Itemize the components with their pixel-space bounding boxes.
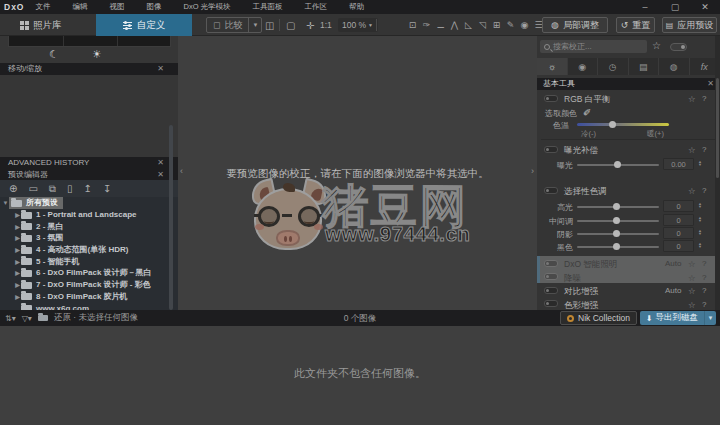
spinner-icon[interactable]: ▲▼	[697, 229, 703, 235]
shadows-value[interactable]: 0	[663, 227, 694, 239]
star-icon[interactable]: ☆	[688, 94, 696, 104]
lasso-icon[interactable]: ◺	[464, 20, 473, 30]
contrast-toggle[interactable]	[544, 287, 558, 294]
color-accent-toggle[interactable]	[544, 300, 558, 307]
midtones-slider[interactable]	[577, 220, 659, 222]
fit-view-icon[interactable]: ▢	[286, 14, 295, 36]
blacks-slider[interactable]	[577, 246, 659, 248]
nik-collection-button[interactable]: Nik Collection	[560, 311, 637, 325]
midtones-value[interactable]: 0	[663, 214, 694, 226]
temperature-knob[interactable]	[609, 121, 616, 128]
menu-image[interactable]: 图像	[135, 2, 172, 12]
tab-customize[interactable]: 自定义	[96, 14, 192, 36]
moon-icon[interactable]: ☾	[49, 48, 59, 61]
pan-icon[interactable]: ✛	[306, 14, 314, 36]
export-to-disk-button[interactable]: ⬇导出到磁盘 ▼	[640, 311, 716, 325]
spinner-icon[interactable]: ▲▼	[697, 216, 703, 222]
tree-item-5[interactable]: ▶5 - 智能手机	[0, 255, 178, 267]
help-icon[interactable]: ?	[702, 286, 706, 295]
midtones-knob[interactable]	[613, 217, 620, 224]
exposure-toggle[interactable]	[544, 146, 558, 153]
split-view-icon[interactable]: ◫	[265, 14, 274, 36]
spinner-icon[interactable]: ▲▼	[697, 202, 703, 208]
apply-preset-button[interactable]: ▤ 应用预设	[662, 17, 717, 33]
panel-history-close-icon[interactable]: ✕	[157, 157, 164, 169]
zoom-one-to-one[interactable]: 1:1	[320, 14, 332, 36]
close-button[interactable]: ✕	[690, 2, 720, 12]
shadows-knob[interactable]	[613, 230, 620, 237]
star-icon[interactable]: ☆	[688, 259, 696, 269]
tab-detail-icon[interactable]: ▤	[629, 58, 660, 75]
zoom-dropdown-icon[interactable]: ▼	[368, 18, 373, 32]
tab-color-icon[interactable]: ◉	[568, 58, 599, 75]
help-icon[interactable]: ?	[702, 186, 706, 195]
tree-item-2[interactable]: ▶2 - 黑白	[0, 220, 178, 232]
duplicate-preset-icon[interactable]: ⧉	[49, 183, 56, 195]
filter-icon[interactable]: ▽▾	[22, 314, 32, 323]
tree-item-all-presets[interactable]: ▼所有预设	[0, 197, 178, 209]
color-accent-row[interactable]: 色彩增强 ☆ ?	[537, 297, 720, 311]
contrast-row[interactable]: 对比增强 Auto ☆ ?	[537, 283, 720, 297]
selective-tone-section[interactable]: 选择性色调 ☆ ?	[537, 184, 720, 197]
compare-dropdown[interactable]: ▼	[248, 18, 261, 32]
tree-item-4[interactable]: ▶4 - 高动态范围(单张 HDR)	[0, 244, 178, 256]
blacks-value[interactable]: 0	[663, 240, 694, 252]
export-dropdown[interactable]: ▼	[704, 311, 716, 325]
color-picker-icon[interactable]: ✐	[583, 107, 591, 118]
exposure-section[interactable]: 曝光补偿 ☆ ?	[537, 143, 720, 156]
export-preset-icon[interactable]: ↥	[84, 183, 92, 194]
minimize-button[interactable]: –	[630, 2, 660, 12]
white-balance-section[interactable]: RGB 白平衡 ☆ ?	[537, 92, 720, 105]
spinner-icon[interactable]: ▲▼	[697, 242, 703, 248]
tab-light-icon[interactable]: ☼	[537, 58, 568, 75]
compare-button[interactable]: ◻ 比较	[207, 18, 248, 32]
star-icon[interactable]: ☆	[688, 145, 696, 155]
sort-icon[interactable]: ⇅▾	[5, 314, 16, 323]
highlights-slider[interactable]	[577, 206, 659, 208]
tree-item-8[interactable]: ▶8 - DxO FilmPack 胶片机	[0, 291, 178, 303]
highlights-value[interactable]: 0	[663, 200, 694, 212]
tree-item-1[interactable]: ▶1 - Portrait and Landscape	[0, 209, 178, 221]
exposure-value[interactable]: 0.00	[663, 158, 694, 170]
help-icon[interactable]: ?	[702, 145, 706, 154]
star-icon[interactable]: ☆	[688, 186, 696, 196]
maximize-button[interactable]: ▢	[660, 2, 690, 12]
search-corrections-box[interactable]: 搜索校正...	[540, 40, 647, 53]
panel-move-zoom-close-icon[interactable]: ✕	[157, 63, 164, 75]
shadows-slider[interactable]	[577, 233, 659, 235]
tree-item-7[interactable]: ▶7 - DxO FilmPack 设计师 - 彩色	[0, 279, 178, 291]
eyedropper-icon[interactable]: ✑	[422, 20, 431, 30]
import-preset-icon[interactable]: ↧	[103, 183, 111, 194]
smart-lighting-toggle[interactable]	[544, 260, 558, 267]
basic-tools-header[interactable]: 基本工具✕	[537, 78, 720, 90]
star-icon[interactable]: ☆	[688, 273, 696, 283]
tab-photo-library[interactable]: 照片库	[20, 14, 62, 36]
corrections-toggle[interactable]	[670, 43, 687, 51]
menu-edit[interactable]: 编辑	[61, 2, 98, 12]
help-icon[interactable]: ?	[702, 273, 706, 282]
spinner-icon[interactable]: ▲▼	[697, 160, 703, 166]
exposure-knob[interactable]	[614, 161, 621, 168]
polygon-icon[interactable]: ◹	[478, 20, 487, 30]
menu-view[interactable]: 视图	[98, 2, 135, 12]
crop-icon[interactable]: ⊡	[408, 20, 417, 30]
favorites-star-icon[interactable]: ☆	[652, 40, 661, 51]
grid-tool-icon[interactable]: ⊞	[492, 20, 501, 30]
reset-button[interactable]: ↺ 重置	[616, 17, 655, 33]
basic-tools-close-icon[interactable]: ✕	[707, 78, 714, 90]
noise-reduction-toggle[interactable]	[544, 273, 558, 280]
eye-icon[interactable]: ◉	[520, 20, 529, 30]
help-icon[interactable]: ?	[702, 259, 706, 268]
tree-item-6[interactable]: ▶6 - DxO FilmPack 设计师－黑白	[0, 267, 178, 279]
horizon-icon[interactable]: ⋀	[450, 20, 459, 30]
white-balance-toggle[interactable]	[544, 95, 558, 102]
exposure-slider[interactable]	[577, 164, 659, 166]
wand-icon[interactable]: ⚊	[436, 20, 445, 30]
menu-file[interactable]: 文件	[24, 2, 61, 12]
delete-preset-icon[interactable]: ▯	[67, 183, 73, 194]
menu-optics-module[interactable]: DxO 光学模块	[172, 2, 241, 12]
brush-icon[interactable]: ✎	[506, 20, 515, 30]
sun-icon[interactable]: ☀	[92, 48, 102, 61]
star-icon[interactable]: ☆	[688, 300, 696, 310]
help-icon[interactable]: ?	[702, 94, 706, 103]
